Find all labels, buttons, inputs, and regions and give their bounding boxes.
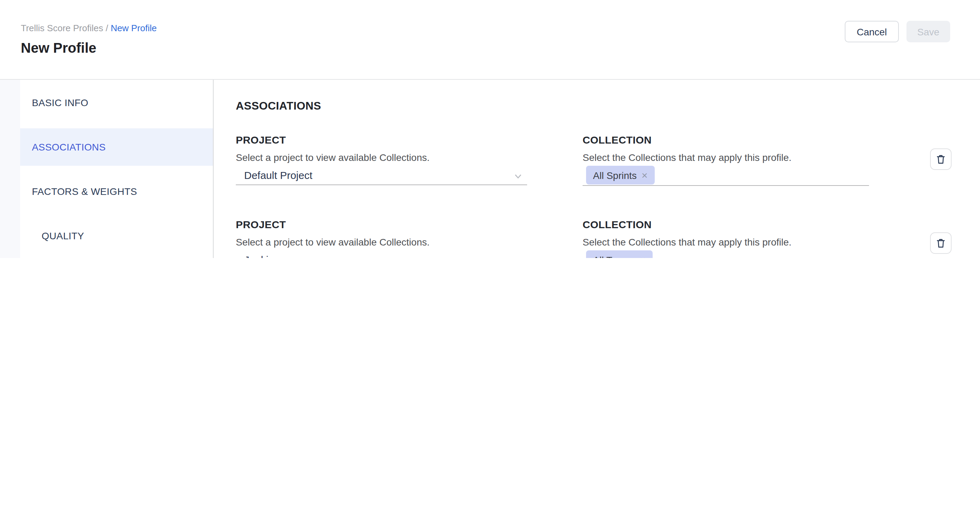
collection-label: COLLECTION <box>582 218 652 230</box>
remove-tag-icon[interactable]: × <box>640 255 646 258</box>
collection-tag[interactable]: All Sprints × <box>586 166 655 185</box>
collection-help: Select the Collections that may apply th… <box>582 237 791 248</box>
sidebar-item-factors-weights[interactable]: FACTORS & WEIGHTS <box>20 173 213 210</box>
trash-icon <box>935 153 947 165</box>
header-divider <box>0 79 980 80</box>
breadcrumb-parent[interactable]: Trellis Score Profiles <box>21 23 103 33</box>
collection-tag-label: All Teams <box>593 254 635 258</box>
collection-tag[interactable]: All Teams × <box>586 250 653 258</box>
trash-icon <box>935 237 947 249</box>
project-select-value[interactable]: Default Project <box>244 169 312 181</box>
sidebar-item-quality[interactable]: QUALITY <box>20 217 213 255</box>
collection-label: COLLECTION <box>582 134 652 146</box>
remove-tag-icon[interactable]: × <box>641 170 648 180</box>
associations-section-title: ASSOCIATIONS <box>236 100 321 112</box>
save-button[interactable]: Save <box>907 21 950 42</box>
collection-help: Select the Collections that may apply th… <box>582 152 791 163</box>
breadcrumb-separator: / <box>103 23 111 33</box>
project-select-underline <box>236 185 527 185</box>
project-help: Select a project to view available Colle… <box>236 237 430 248</box>
collection-select-underline <box>582 185 869 186</box>
sidebar-divider <box>213 80 214 258</box>
delete-association-button[interactable] <box>930 233 951 254</box>
sidebar-item-basic-info[interactable]: BASIC INFO <box>20 84 213 121</box>
new-profile-page: Trellis Score Profiles / New Profile New… <box>0 0 980 258</box>
project-help: Select a project to view available Colle… <box>236 152 430 163</box>
cancel-button[interactable]: Cancel <box>845 21 899 42</box>
collection-tag-label: All Sprints <box>593 170 637 181</box>
breadcrumb: Trellis Score Profiles / New Profile <box>21 23 157 33</box>
project-label: PROJECT <box>236 134 286 146</box>
chevron-down-icon[interactable] <box>513 256 523 258</box>
left-gutter <box>0 80 20 258</box>
project-select-value[interactable]: Jenkins <box>244 254 280 258</box>
chevron-down-icon[interactable] <box>513 171 523 181</box>
delete-association-button[interactable] <box>930 148 951 170</box>
sidebar-item-associations[interactable]: ASSOCIATIONS <box>20 128 213 166</box>
page-title: New Profile <box>21 40 96 56</box>
project-label: PROJECT <box>236 218 286 230</box>
breadcrumb-current[interactable]: New Profile <box>111 23 157 33</box>
